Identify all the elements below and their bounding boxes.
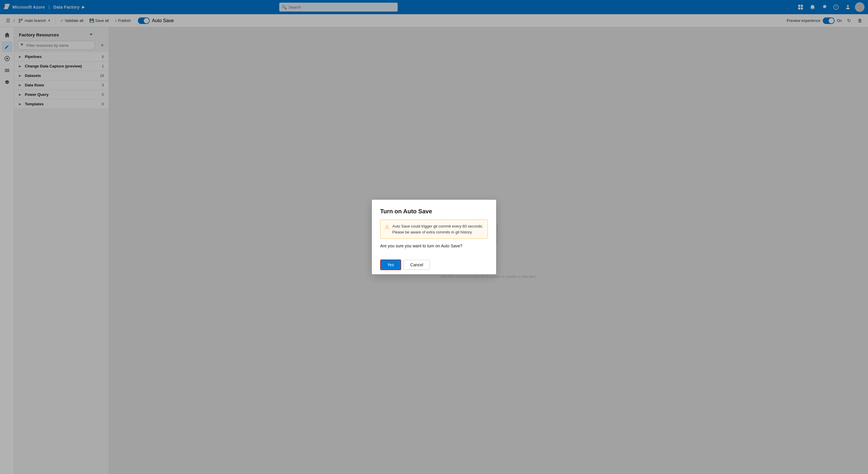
- warning-icon: ⚠: [384, 224, 389, 230]
- modal-warning-box: ⚠ Auto Save could trigger git commit eve…: [380, 220, 488, 239]
- modal-question: Are you sure you want to turn on Auto Sa…: [380, 244, 488, 248]
- cancel-button[interactable]: Cancel: [404, 260, 430, 270]
- modal-body: Turn on Auto Save ⚠ Auto Save could trig…: [372, 200, 496, 255]
- auto-save-modal: Turn on Auto Save ⚠ Auto Save could trig…: [372, 200, 496, 274]
- yes-button[interactable]: Yes: [380, 259, 401, 270]
- modal-title: Turn on Auto Save: [380, 208, 488, 215]
- modal-footer: Yes Cancel: [372, 255, 496, 274]
- modal-overlay: Turn on Auto Save ⚠ Auto Save could trig…: [0, 0, 868, 474]
- warning-text: Auto Save could trigger git commit every…: [392, 223, 484, 235]
